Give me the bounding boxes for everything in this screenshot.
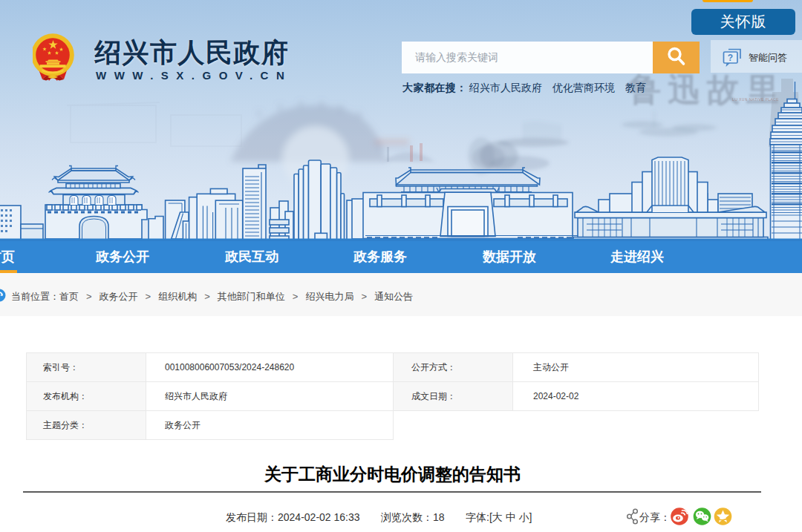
svg-text:?: ? (728, 53, 733, 63)
